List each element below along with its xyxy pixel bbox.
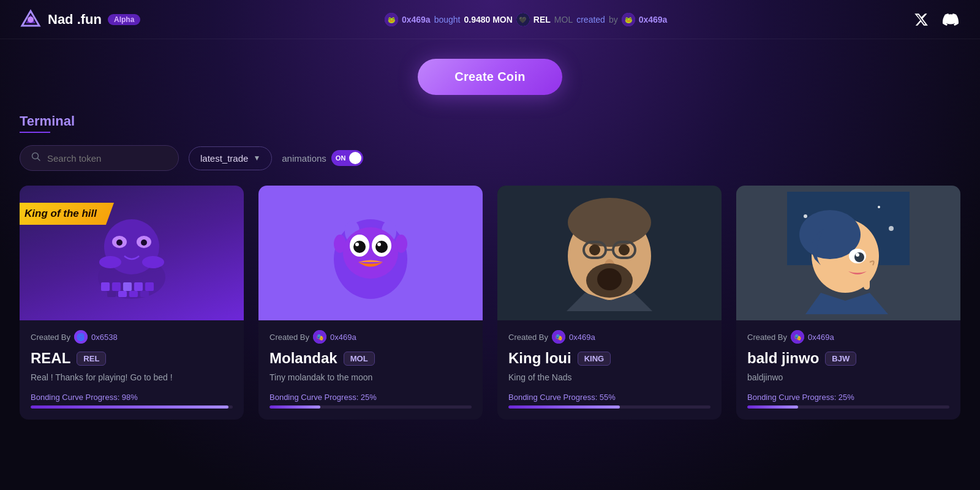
created-by-label-4: Created By (747, 333, 787, 342)
progress-bar-bg-bald-jinwo (747, 405, 949, 409)
svg-point-35 (343, 227, 398, 279)
created-by-label: Created By (31, 333, 70, 342)
ticker-feed: 🐸 0x469a bought 0.9480 MON 🖤 REL MOL cre… (385, 13, 667, 26)
created-by-molandak: Created By 🎭 0x469a (270, 330, 472, 344)
creator-addr-real: 0x6538 (91, 333, 118, 342)
ticker-rel: REL (533, 15, 551, 24)
card-body-king-loui: Created By 🎭 0x469a King loui KING King … (497, 320, 722, 420)
svg-rect-19 (101, 282, 110, 291)
svg-point-67 (856, 253, 859, 257)
svg-rect-23 (145, 282, 154, 291)
token-name-molandak: Molandak (270, 350, 337, 367)
svg-text:🎭: 🎭 (794, 333, 802, 341)
created-by-king-loui: Created By 🎭 0x469a (508, 330, 710, 344)
token-name-bald-jinwo: bald jinwo (747, 350, 819, 367)
bonding-label-real: Bonding Curve Progress: 98% (31, 393, 233, 402)
creator-avatar-king-loui: 🎭 (552, 330, 565, 344)
ticker-addr-2: 0x469a (639, 15, 668, 24)
animations-toggle[interactable]: ON (331, 150, 363, 166)
ticker-avatar-1: 🐸 (385, 13, 398, 26)
svg-text:🖤: 🖤 (519, 16, 527, 24)
creator-avatar-molandak: 🎭 (313, 330, 326, 344)
created-by-bald-jinwo: Created By 🎭 0x469a (747, 330, 949, 344)
svg-line-10 (38, 159, 40, 161)
creator-addr-molandak: 0x469a (330, 333, 356, 342)
svg-rect-21 (123, 282, 132, 291)
token-name-real: REAL (31, 350, 70, 367)
ticker-avatar-3: 🐸 (622, 13, 635, 26)
token-name-row-bald-jinwo: bald jinwo BJW (747, 350, 949, 367)
token-ticker-king-loui: KING (578, 352, 611, 366)
created-by-label-3: Created By (508, 333, 548, 342)
terminal-title: Terminal (20, 113, 75, 129)
logo-text: Nad .fun (48, 12, 102, 28)
token-card-king-loui[interactable]: Created By 🎭 0x469a King loui KING King … (497, 186, 722, 420)
token-desc-molandak: Tiny molandak to the moon (270, 372, 472, 384)
card-image-bald-jinwo (736, 186, 960, 320)
svg-rect-20 (112, 282, 121, 291)
card-body-molandak: Created By 🎭 0x469a Molandak MOL Tiny mo… (258, 320, 483, 420)
bonding-label-molandak: Bonding Curve Progress: 25% (270, 393, 472, 402)
token-name-king-loui: King loui (508, 350, 571, 367)
card-image-molandak (258, 186, 483, 320)
svg-text:🎭: 🎭 (555, 333, 563, 341)
svg-point-2 (28, 17, 34, 23)
svg-point-39 (375, 241, 388, 253)
token-card-bald-jinwo[interactable]: Created By 🎭 0x469a bald jinwo BJW baldj… (736, 186, 960, 420)
svg-rect-24 (107, 291, 116, 297)
svg-point-41 (377, 243, 381, 246)
token-card-molandak[interactable]: Created By 🎭 0x469a Molandak MOL Tiny mo… (258, 186, 483, 420)
sort-dropdown[interactable]: latest_trade ▼ (189, 146, 272, 170)
svg-rect-27 (140, 291, 149, 297)
social-icons (911, 10, 960, 29)
svg-point-51 (619, 244, 630, 255)
progress-bar-bg-real (31, 405, 233, 409)
svg-point-54 (597, 268, 622, 290)
svg-text:🐸: 🐸 (625, 16, 633, 24)
svg-point-61 (889, 226, 894, 231)
svg-point-18 (142, 256, 164, 268)
ticker-addr-1: 0x469a (402, 15, 431, 24)
svg-rect-22 (134, 282, 143, 291)
toggle-knob (349, 152, 361, 164)
created-by-label-2: Created By (270, 333, 309, 342)
svg-point-59 (804, 214, 807, 218)
search-box[interactable] (20, 145, 179, 171)
creator-avatar-bald-jinwo: 🎭 (791, 330, 804, 344)
logo-icon (20, 9, 42, 31)
token-desc-real: Real ! Thanks for playing! Go to bed ! (31, 372, 233, 384)
terminal-underline (20, 132, 50, 133)
ticker-created: created (576, 15, 605, 24)
chevron-down-icon: ▼ (253, 154, 260, 162)
svg-point-60 (878, 206, 880, 208)
cards-grid: King of the hill Created By 🌀 0x6538 REA… (20, 186, 960, 420)
creator-addr-bald-jinwo: 0x469a (808, 333, 834, 342)
search-input[interactable] (47, 153, 167, 164)
create-coin-button[interactable]: Create Coin (418, 59, 562, 95)
token-card-real[interactable]: King of the hill Created By 🌀 0x6538 REA… (20, 186, 244, 420)
progress-bar-fill-bald-jinwo (747, 405, 798, 409)
toggle-on-label: ON (336, 154, 346, 162)
card-body-bald-jinwo: Created By 🎭 0x469a bald jinwo BJW baldj… (736, 320, 960, 420)
king-of-hill-banner: King of the hill (20, 203, 114, 225)
logo-area[interactable]: Nad .fun Alpha (20, 9, 140, 31)
svg-rect-26 (129, 291, 138, 297)
token-desc-bald-jinwo: baldjinwo (747, 372, 949, 384)
svg-point-50 (589, 244, 600, 255)
token-ticker-real: REL (77, 352, 106, 366)
ticker-avatar-2: 🖤 (516, 13, 530, 26)
terminal-section: Terminal latest_trade ▼ animations (20, 113, 960, 420)
bonding-label-bald-jinwo: Bonding Curve Progress: 25% (747, 393, 949, 402)
token-name-row-real: REAL REL (31, 350, 233, 367)
ticker-by: by (609, 15, 618, 24)
progress-bar-bg-king-loui (508, 405, 710, 409)
token-ticker-bald-jinwo: BJW (825, 352, 856, 366)
x-twitter-icon[interactable] (911, 10, 931, 29)
creator-avatar-real: 🌀 (74, 330, 88, 344)
created-by-real: Created By 🌀 0x6538 (31, 330, 233, 344)
token-desc-king-loui: King of the Nads (508, 372, 710, 384)
svg-point-17 (99, 256, 121, 268)
header: Nad .fun Alpha 🐸 0x469a bought 0.9480 MO… (0, 0, 980, 39)
discord-icon[interactable] (941, 10, 960, 29)
progress-bar-fill-molandak (270, 405, 320, 409)
